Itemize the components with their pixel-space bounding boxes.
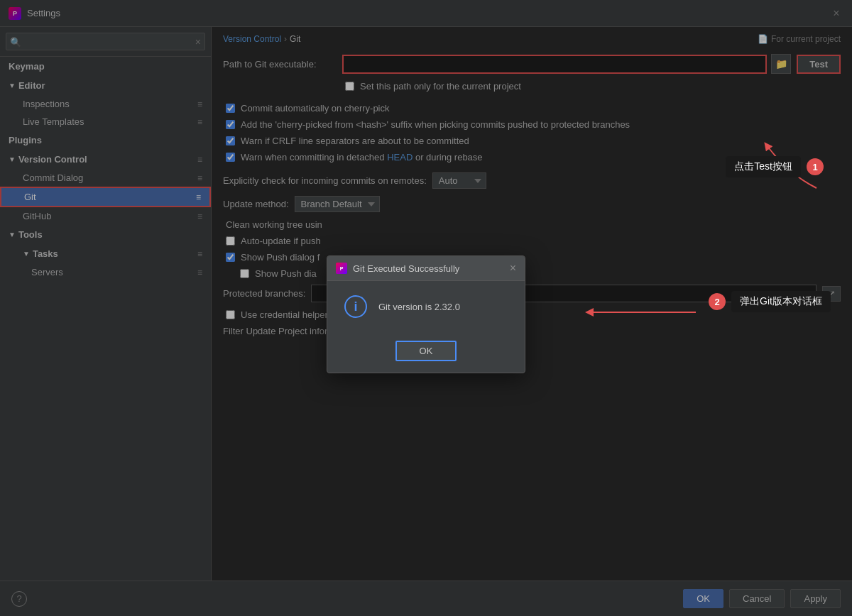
modal-body: i Git version is 2.32.0 <box>327 281 525 332</box>
modal-app-icon: P <box>336 263 347 274</box>
modal-title-bar: P Git Executed Successfully × <box>327 256 525 281</box>
modal-message: Git version is 2.32.0 <box>378 302 460 312</box>
git-success-modal: P Git Executed Successfully × i Git vers… <box>327 255 525 373</box>
modal-close-button[interactable]: × <box>510 262 516 275</box>
modal-footer: OK <box>327 332 525 373</box>
modal-info-icon: i <box>344 295 367 318</box>
modal-overlay: P Git Executed Successfully × i Git vers… <box>0 0 852 616</box>
modal-ok-button[interactable]: OK <box>395 341 457 361</box>
modal-title: Git Executed Successfully <box>353 263 504 274</box>
